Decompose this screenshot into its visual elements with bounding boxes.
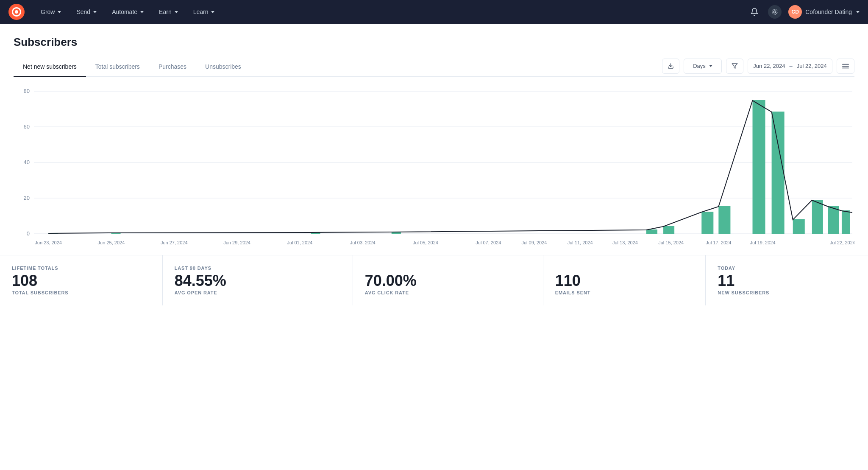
x-label: Jun 27, 2024: [161, 240, 188, 245]
days-selector[interactable]: Days: [684, 59, 722, 74]
stat-emails-sent: 110 EMAILS SENT: [543, 255, 706, 305]
chevron-down-icon: [58, 11, 61, 13]
x-label: Jul 01, 2024: [287, 240, 312, 245]
x-label: Jul 03, 2024: [350, 240, 376, 245]
chart-area: 80 60 40 20 0: [14, 77, 854, 255]
filter-button[interactable]: [726, 59, 743, 74]
page-content: Subscribers Net new subscribers Total su…: [0, 24, 868, 255]
y-label-40: 40: [24, 159, 30, 165]
y-label-0: 0: [27, 230, 30, 237]
x-label: Jul 19, 2024: [750, 240, 776, 245]
y-label-20: 20: [24, 195, 30, 201]
nav-label-learn: Learn: [193, 8, 209, 15]
nav-item-grow[interactable]: Grow: [35, 5, 67, 19]
tab-unsubscribes[interactable]: Unsubscribes: [196, 57, 250, 77]
tab-total-subscribers[interactable]: Total subscribers: [86, 57, 149, 77]
x-label: Jul 17, 2024: [706, 240, 731, 245]
x-label: Jul 09, 2024: [521, 240, 547, 245]
stat-value: 11: [718, 273, 856, 288]
days-label: Days: [693, 63, 706, 69]
chevron-down-icon: [709, 65, 712, 67]
x-label: Jul 07, 2024: [476, 240, 501, 245]
chevron-down-icon: [856, 11, 860, 13]
stat-lifetime-totals: LIFETIME TOTALS 108 TOTAL SUBSCRIBERS: [0, 255, 163, 305]
stat-value: 108: [12, 273, 150, 288]
tab-purchases[interactable]: Purchases: [149, 57, 196, 77]
y-label-60: 60: [24, 123, 30, 130]
x-label: Jul 22, 2024: [830, 240, 854, 245]
bar: [718, 206, 730, 234]
logo-icon: [12, 7, 21, 17]
user-name: Cofounder Dating: [805, 8, 852, 15]
bar: [772, 112, 785, 234]
x-label: Jul 11, 2024: [568, 240, 593, 245]
download-button[interactable]: [662, 59, 679, 74]
stat-today: TODAY 11 NEW SUBSCRIBERS: [706, 255, 868, 305]
navbar: Grow Send Automate Earn Learn CD: [0, 0, 868, 24]
nav-item-learn[interactable]: Learn: [187, 5, 221, 19]
x-label: Jun 25, 2024: [98, 240, 125, 245]
bar: [646, 229, 657, 234]
stat-avg-click-rate: 70.00% AVG CLICK RATE: [353, 255, 543, 305]
svg-point-0: [774, 11, 776, 13]
tab-net-new-subscribers[interactable]: Net new subscribers: [14, 57, 86, 77]
stat-top-label: TODAY: [718, 266, 856, 271]
nav-item-automate[interactable]: Automate: [106, 5, 150, 19]
svg-marker-3: [732, 64, 737, 68]
bar: [793, 219, 805, 234]
menu-icon: [842, 63, 849, 69]
x-label: Jul 13, 2024: [612, 240, 638, 245]
nav-item-earn[interactable]: Earn: [153, 5, 184, 19]
stat-value: 70.00%: [365, 273, 531, 288]
tabs: Net new subscribers Total subscribers Pu…: [14, 57, 662, 76]
date-dash: –: [790, 63, 793, 69]
x-label: Jul 15, 2024: [658, 240, 684, 245]
svg-point-1: [772, 9, 777, 14]
bar: [812, 200, 823, 234]
nav-label-send: Send: [76, 8, 90, 15]
date-end: Jul 22, 2024: [797, 63, 827, 69]
bar-spike: [753, 100, 765, 234]
download-icon: [668, 63, 674, 69]
logo[interactable]: [8, 4, 25, 20]
avatar: CD: [788, 5, 802, 19]
nav-right: CD Cofounder Dating: [748, 5, 860, 19]
stat-top-label: LAST 90 DAYS: [175, 266, 341, 271]
page-title: Subscribers: [14, 36, 854, 49]
line-chart: [48, 101, 852, 233]
stat-avg-open-rate: LAST 90 DAYS 84.55% AVG OPEN RATE: [163, 255, 353, 305]
stat-sub-label: NEW SUBSCRIBERS: [718, 290, 856, 295]
bar: [828, 206, 839, 234]
notification-button[interactable]: [748, 5, 761, 19]
x-label: Jun 23, 2024: [35, 240, 62, 245]
stats-bar: LIFETIME TOTALS 108 TOTAL SUBSCRIBERS LA…: [0, 255, 868, 305]
filter-icon: [732, 63, 738, 69]
date-range-selector[interactable]: Jun 22, 2024 – Jul 22, 2024: [748, 59, 832, 74]
chevron-down-icon: [140, 11, 144, 13]
stat-top-label: LIFETIME TOTALS: [12, 266, 150, 271]
menu-button[interactable]: [837, 59, 854, 74]
stat-sub-label: AVG OPEN RATE: [175, 290, 341, 295]
nav-item-send[interactable]: Send: [70, 5, 103, 19]
bar: [701, 212, 713, 234]
bar: [663, 226, 674, 234]
nav-label-grow: Grow: [41, 8, 55, 15]
stat-top-label: [555, 266, 694, 271]
stat-top-label: [365, 266, 531, 271]
chevron-down-icon: [211, 11, 214, 13]
tabs-toolbar: Net new subscribers Total subscribers Pu…: [14, 57, 854, 77]
x-label: Jun 29, 2024: [223, 240, 250, 245]
stat-sub-label: TOTAL SUBSCRIBERS: [12, 290, 150, 295]
stat-value: 84.55%: [175, 273, 341, 288]
chart-svg: 80 60 40 20 0: [14, 85, 854, 251]
stat-value: 110: [555, 273, 694, 288]
toolbar-right: Days Jun 22, 2024 – Jul 22, 2024: [662, 59, 854, 76]
user-menu[interactable]: CD Cofounder Dating: [788, 5, 860, 19]
stat-sub-label: EMAILS SENT: [555, 290, 694, 295]
nav-label-automate: Automate: [112, 8, 137, 15]
chevron-down-icon: [175, 11, 178, 13]
y-label-80: 80: [24, 88, 30, 94]
chevron-down-icon: [93, 11, 97, 13]
activity-button[interactable]: [768, 5, 782, 19]
x-label: Jul 05, 2024: [413, 240, 438, 245]
